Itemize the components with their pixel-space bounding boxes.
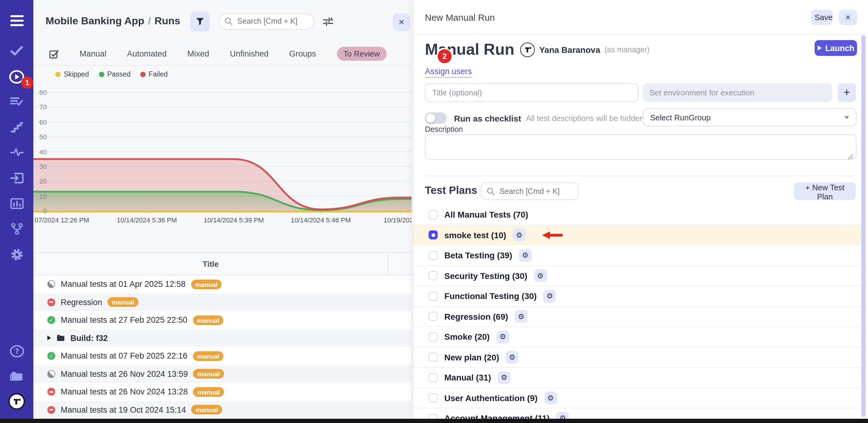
test-plan-row[interactable]: Regression (69) ⚙ xyxy=(413,307,864,327)
test-plan-row[interactable]: New plan (20) ⚙ xyxy=(413,347,864,368)
plan-checkbox[interactable] xyxy=(429,333,438,342)
plan-checkbox[interactable] xyxy=(429,414,438,419)
runs-search-input[interactable] xyxy=(219,13,314,29)
test-plans-title: Test Plans xyxy=(425,184,477,197)
table-row[interactable]: Manual tests at 26 Nov 2024 13:28 manual xyxy=(33,383,411,401)
rungroup-select[interactable]: Select RunGroup xyxy=(643,108,857,126)
test-plan-row[interactable]: Account Management (11) ⚙ xyxy=(413,408,864,419)
plan-settings-button[interactable]: ⚙ xyxy=(496,331,509,343)
legend-label: Skipped xyxy=(64,70,89,78)
test-plan-row[interactable]: All Manual Tests (70) xyxy=(413,205,864,225)
y-tick-label: 60 xyxy=(33,118,47,126)
test-plan-row[interactable]: Security Testing (30) ⚙ xyxy=(413,266,864,286)
sidebar-item-plans[interactable] xyxy=(0,93,33,110)
plan-checkbox[interactable] xyxy=(429,210,438,219)
plan-name: smoke test (10) xyxy=(444,230,506,240)
table-row[interactable]: Manual tests at 19 Oct 2024 15:14 manual xyxy=(33,401,411,419)
breadcrumb-section: Runs xyxy=(154,15,180,27)
status-passed-icon: ✓ xyxy=(48,316,55,324)
tab-manual[interactable]: Manual xyxy=(80,49,106,58)
test-plan-row[interactable]: User Authentication (9) ⚙ xyxy=(413,388,864,408)
sidebar-item-tests[interactable] xyxy=(0,42,33,59)
run-title: Manual tests at 26 Nov 2024 13:28 xyxy=(61,388,188,397)
plan-settings-button[interactable]: ⚙ xyxy=(515,310,527,323)
tab-mixed[interactable]: Mixed xyxy=(187,49,209,58)
plan-settings-button[interactable]: ⚙ xyxy=(519,249,532,262)
launch-label: Launch xyxy=(825,44,854,53)
assign-users-link[interactable]: Assign users xyxy=(425,67,472,78)
app-window: ? Mobile Banking App / Runs xyxy=(0,0,868,423)
sidebar-item-projects[interactable] xyxy=(0,368,33,385)
caret-right-icon[interactable] xyxy=(48,336,51,341)
run-type-badge: manual xyxy=(191,405,222,415)
plan-name: Account Management (11) xyxy=(444,414,550,419)
new-test-plan-button[interactable]: + New Test Plan xyxy=(794,182,856,200)
plan-checkbox[interactable] xyxy=(429,353,438,362)
plan-settings-button[interactable]: ⚙ xyxy=(506,351,519,364)
test-plan-row[interactable]: Manual (31) ⚙ xyxy=(413,368,864,388)
plan-checkbox[interactable] xyxy=(429,373,438,382)
sidebar-item-settings[interactable] xyxy=(0,246,33,263)
table-row-folder[interactable]: Build: f32 xyxy=(33,329,411,347)
plan-checkbox[interactable] xyxy=(429,271,438,280)
sidebar-item-import[interactable] xyxy=(0,170,33,187)
runs-search xyxy=(219,13,314,29)
table-row[interactable]: Regression manual xyxy=(33,293,411,311)
plan-checkbox[interactable] xyxy=(429,251,438,260)
table-row[interactable]: Manual tests at 01 Apr 2025 12:58 manual xyxy=(33,275,411,293)
plan-settings-button[interactable]: ⚙ xyxy=(513,229,526,242)
test-plan-row[interactable]: Smoke (20) ⚙ xyxy=(413,327,864,347)
description-textarea[interactable] xyxy=(425,134,857,160)
run-title-input[interactable] xyxy=(425,83,639,102)
select-all-icon[interactable] xyxy=(49,49,59,59)
table-row[interactable]: Manual tests at 26 Nov 2024 13:59 manual xyxy=(33,365,411,383)
plan-checkbox[interactable] xyxy=(429,312,438,321)
plan-checkbox[interactable] xyxy=(429,231,438,240)
plan-settings-button[interactable]: ⚙ xyxy=(556,412,569,419)
table-row[interactable]: ✓ Manual tests at 07 Feb 2025 22:16 manu… xyxy=(33,347,411,365)
plan-settings-button[interactable]: ⚙ xyxy=(498,371,510,384)
breadcrumb-project[interactable]: Mobile Banking App xyxy=(45,15,145,27)
test-plan-row[interactable]: Beta Testing (39) ⚙ xyxy=(413,246,864,266)
sidebar-item-steps[interactable] xyxy=(0,118,33,136)
tab-automated[interactable]: Automated xyxy=(127,49,167,58)
plan-name: User Authentication (9) xyxy=(444,393,537,403)
plan-checkbox[interactable] xyxy=(429,292,438,301)
view-settings-button[interactable] xyxy=(323,17,333,26)
vertical-scrollbar[interactable] xyxy=(861,35,866,417)
test-plan-row[interactable]: smoke test (10) ⚙ xyxy=(413,225,864,246)
plan-settings-button[interactable]: ⚙ xyxy=(544,392,557,404)
drawer-close-button[interactable]: ✕ xyxy=(839,10,857,25)
sidebar-item-menu[interactable] xyxy=(0,12,33,29)
sidebar-item-logo[interactable] xyxy=(0,393,33,410)
tab-to-review[interactable]: To Review xyxy=(337,47,386,61)
run-type-badge: manual xyxy=(193,315,224,325)
runs-panel-close-button[interactable]: ✕ xyxy=(393,13,410,31)
x-tick-label: 10/14/2024 5:39 PM xyxy=(204,216,264,224)
plan-checkbox[interactable] xyxy=(429,394,438,403)
sidebar-item-analytics[interactable] xyxy=(0,195,33,212)
sidebar-item-branches[interactable] xyxy=(0,220,33,237)
sidebar-item-help[interactable]: ? xyxy=(0,343,33,360)
run-title: Manual tests at 26 Nov 2024 13:59 xyxy=(61,369,188,378)
tab-groups[interactable]: Groups xyxy=(289,49,316,58)
test-plan-row[interactable]: Functional Testing (30) ⚙ xyxy=(413,286,864,307)
hamburger-icon xyxy=(10,15,23,26)
tab-unfinished[interactable]: Unfinished xyxy=(230,49,269,58)
test-plans-list: All Manual Tests (70) smoke test (10) ⚙ … xyxy=(413,205,864,419)
sidebar-item-pulse[interactable] xyxy=(0,143,33,161)
column-header-title[interactable]: Title xyxy=(33,253,389,275)
add-environment-button[interactable]: + xyxy=(838,83,856,102)
launch-button[interactable]: Launch xyxy=(814,40,857,56)
plan-settings-button[interactable]: ⚙ xyxy=(543,290,556,303)
run-heading-row: Manual Run Yana Baranova (as manager) xyxy=(425,40,649,59)
table-row[interactable]: ✓ Manual tests at 27 Feb 2025 22:50 manu… xyxy=(33,311,411,329)
test-plans-search-input[interactable] xyxy=(481,182,579,200)
environment-input[interactable] xyxy=(643,83,832,102)
plan-settings-button[interactable]: ⚙ xyxy=(534,270,547,282)
save-button[interactable]: Save xyxy=(811,10,833,25)
sidebar: ? xyxy=(0,0,33,419)
branch-icon xyxy=(10,223,23,234)
run-as-checklist-toggle[interactable] xyxy=(425,112,447,124)
filter-button[interactable] xyxy=(190,11,210,31)
